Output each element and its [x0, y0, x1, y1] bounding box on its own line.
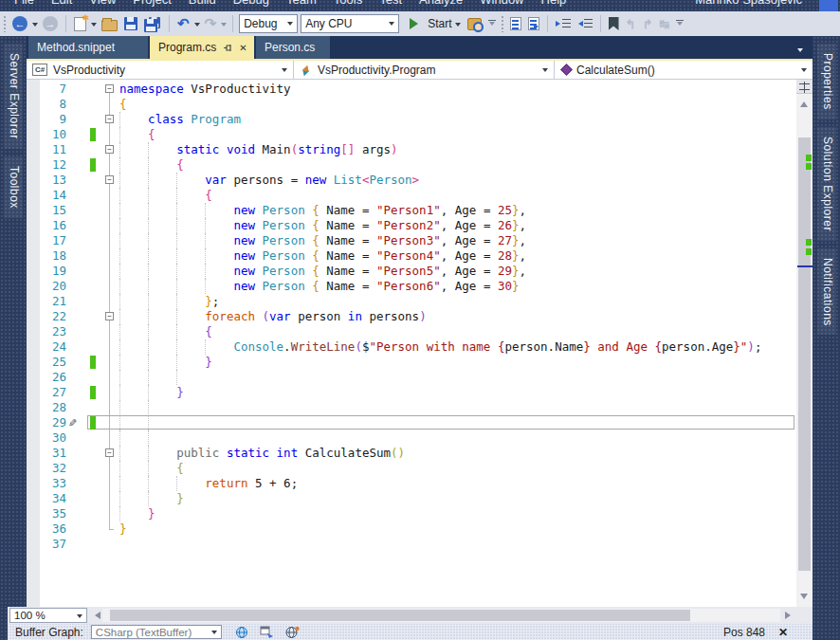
- solution-platforms-dropdown[interactable]: Any CPU: [301, 14, 399, 33]
- collapse-region-button[interactable]: −: [105, 448, 114, 457]
- collapse-region-button[interactable]: −: [105, 115, 114, 123]
- code-line-35[interactable]: 35 }: [27, 506, 796, 521]
- scroll-left-arrow[interactable]: [91, 612, 100, 619]
- new-item-dropdown[interactable]: [91, 23, 97, 29]
- tab-program-cs[interactable]: Program.cs✕: [150, 36, 254, 59]
- save-button[interactable]: [122, 13, 139, 34]
- code-line-32[interactable]: 32 {: [27, 461, 796, 476]
- code-line-17[interactable]: 17 new Person { Name = "Person3", Age = …: [27, 233, 796, 248]
- previous-bookmark-button[interactable]: ↰: [624, 13, 638, 34]
- split-editor-handle[interactable]: [796, 80, 813, 94]
- redo-button[interactable]: ↷: [203, 13, 219, 34]
- collapse-region-button[interactable]: −: [105, 84, 114, 93]
- navigate-forward-button[interactable]: →: [41, 13, 60, 34]
- code-line-14[interactable]: 14 {: [27, 188, 796, 203]
- redo-dropdown[interactable]: [221, 23, 227, 29]
- undo-dropdown[interactable]: [194, 23, 200, 29]
- navigate-backward-button[interactable]: ←: [10, 13, 29, 34]
- collapse-region-button[interactable]: −: [105, 312, 114, 320]
- attach-to-process-button[interactable]: [466, 13, 484, 34]
- feedback-icon[interactable]: [819, 0, 838, 11]
- code-line-10[interactable]: 10 {: [27, 127, 796, 142]
- toolbar-overflow-button[interactable]: [676, 20, 684, 28]
- code-line-8[interactable]: 8{: [27, 97, 796, 112]
- toolbar-drag-handle[interactable]: [3, 15, 8, 32]
- type-dropdown[interactable]: VsProductivity.Program: [294, 61, 555, 79]
- dock-tab-properties[interactable]: Properties: [817, 44, 836, 119]
- code-line-16[interactable]: 16 new Person { Name = "Person2", Age = …: [27, 218, 796, 233]
- solution-configurations-dropdown[interactable]: Debug: [239, 14, 298, 33]
- dock-tab-notifications[interactable]: Notifications: [817, 248, 836, 336]
- code-line-37[interactable]: 37: [27, 537, 796, 552]
- dock-tab-solution-explorer[interactable]: Solution Explorer: [817, 127, 836, 241]
- window-arrow-icon[interactable]: [260, 626, 274, 639]
- indent-button[interactable]: [554, 13, 573, 34]
- editor-tool-button-1[interactable]: [508, 13, 523, 34]
- start-debugging-button[interactable]: Start: [408, 13, 462, 34]
- code-line-36[interactable]: 36}: [27, 521, 796, 537]
- code-line-9[interactable]: 9− class Program: [27, 112, 796, 127]
- next-bookmark-button[interactable]: ↱: [640, 13, 654, 34]
- collapse-region-button[interactable]: −: [105, 145, 114, 154]
- code-line-34[interactable]: 34 }: [27, 491, 796, 506]
- globe-dot-icon[interactable]: [285, 626, 300, 639]
- code-line-12[interactable]: 12 {: [27, 157, 796, 173]
- scroll-right-arrow[interactable]: [785, 612, 794, 619]
- open-file-button[interactable]: [100, 13, 119, 34]
- dock-tab-server-explorer[interactable]: Server Explorer: [4, 44, 23, 149]
- code-line-20[interactable]: 20 new Person { Name = "Person6", Age = …: [27, 279, 796, 294]
- tab-list-dropdown[interactable]: [797, 48, 803, 55]
- code-line-25[interactable]: 25 }: [27, 355, 796, 370]
- toolbar-overflow-button[interactable]: [488, 20, 496, 28]
- collapse-region-button[interactable]: −: [105, 175, 114, 184]
- vertical-scroll-thumb[interactable]: [798, 137, 811, 571]
- menu-build[interactable]: Build: [180, 0, 225, 9]
- menu-test[interactable]: Test: [371, 0, 411, 9]
- dock-tab-toolbox[interactable]: Toolbox: [4, 156, 23, 218]
- zoom-level-dropdown[interactable]: 100 %: [9, 608, 87, 623]
- tab-person-cs[interactable]: Person.cs: [256, 36, 330, 59]
- code-line-27[interactable]: 27 }: [27, 385, 796, 400]
- menu-window[interactable]: Window: [471, 0, 532, 9]
- undo-button[interactable]: ↶: [175, 13, 192, 34]
- toggle-bookmark-button[interactable]: [607, 13, 621, 34]
- navigate-backward-dropdown[interactable]: [32, 23, 38, 29]
- menu-tools[interactable]: Tools: [325, 0, 371, 9]
- menu-project[interactable]: Project: [124, 0, 179, 9]
- code-line-18[interactable]: 18 new Person { Name = "Person4", Age = …: [27, 248, 796, 264]
- unindent-button[interactable]: [575, 13, 594, 34]
- close-icon[interactable]: ✕: [239, 43, 247, 53]
- code-line-24[interactable]: 24 Console.WriteLine($"Person with name …: [27, 339, 796, 355]
- code-line-7[interactable]: 7−namespace VsProductivity: [27, 82, 796, 97]
- new-item-button[interactable]: ✱: [72, 13, 88, 34]
- code-line-13[interactable]: 13− var persons = new List<Person>: [27, 173, 796, 188]
- toolbar-drag-handle[interactable]: [501, 15, 505, 32]
- menu-edit[interactable]: Edit: [43, 0, 81, 9]
- save-all-button[interactable]: [142, 13, 163, 34]
- menu-team[interactable]: Team: [278, 0, 325, 9]
- code-line-19[interactable]: 19 new Person { Name = "Person5", Age = …: [27, 264, 796, 279]
- code-line-11[interactable]: 11− static void Main(string[] args): [27, 142, 796, 157]
- horizontal-scroll-thumb[interactable]: [110, 610, 690, 621]
- menu-file[interactable]: File: [6, 0, 43, 9]
- menu-debug[interactable]: Debug: [225, 0, 278, 9]
- code-line-23[interactable]: 23 {: [27, 324, 796, 339]
- code-editor[interactable]: 7−namespace VsProductivity8{9− class Pro…: [27, 80, 796, 607]
- project-dropdown[interactable]: C# VsProductivity: [27, 61, 294, 79]
- code-line-28[interactable]: 28: [27, 400, 796, 415]
- code-line-26[interactable]: 26: [27, 370, 796, 385]
- menu-analyze[interactable]: Analyze: [411, 0, 471, 9]
- close-icon[interactable]: ✕: [778, 626, 788, 639]
- code-line-22[interactable]: 22− foreach (var person in persons): [27, 309, 796, 324]
- code-line-29[interactable]: 29✎: [27, 415, 796, 430]
- code-line-31[interactable]: 31− public static int CalculateSum(): [27, 446, 796, 461]
- code-line-21[interactable]: 21 };: [27, 294, 796, 309]
- scroll-up-arrow[interactable]: [800, 98, 808, 107]
- pin-icon[interactable]: [223, 43, 233, 53]
- clear-bookmarks-button[interactable]: ↹: [657, 13, 671, 34]
- vertical-scrollbar[interactable]: [796, 80, 813, 607]
- member-dropdown[interactable]: CalculateSum(): [555, 61, 813, 79]
- menu-help[interactable]: Help: [533, 0, 575, 9]
- tab-method-snippet[interactable]: Method.snippet: [28, 36, 148, 59]
- signed-in-user[interactable]: Marinko Spasojevic: [695, 0, 802, 9]
